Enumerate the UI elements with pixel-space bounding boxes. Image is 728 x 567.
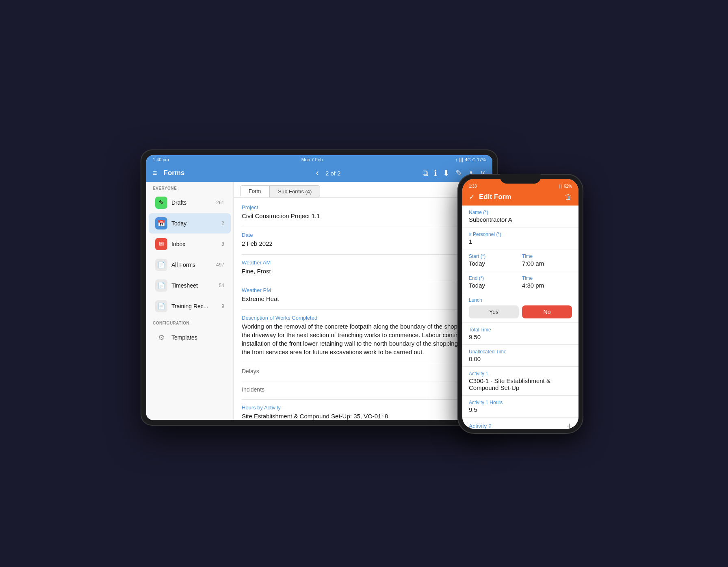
tab-subforms[interactable]: Sub Forms (4) (269, 185, 320, 197)
today-label: Today (171, 220, 216, 227)
phone-form: Name (*) Subcontractor A # Personnel (*)… (462, 206, 578, 429)
phone: 1:33 ∥∥ 62% ✓ Edit Form 🗑 Name (*) Subco… (457, 174, 583, 434)
incidents-field: Incidents (242, 386, 484, 393)
weather-pm-field: Weather PM Extreme Heat (242, 287, 484, 303)
end-label: End (*) (469, 275, 519, 281)
scene: 1:40 pm Mon 7 Feb ↑ ∥∥ 4G ⊙ 17% ≡ Forms … (141, 125, 587, 442)
personnel-field: # Personnel (*) 1 (462, 227, 578, 249)
tab-bar: Form Sub Forms (4) (234, 182, 492, 198)
timesheet-badge: 54 (216, 283, 224, 288)
all-forms-label: All Forms (171, 262, 216, 268)
tab-form[interactable]: Form (240, 185, 269, 197)
drafts-icon: ✎ (155, 197, 167, 209)
total-time-label: Total Time (469, 327, 572, 333)
end-value[interactable]: Today (469, 282, 519, 289)
description-label: Description of Works Completed (242, 315, 484, 321)
start-label: Start (*) (469, 253, 519, 259)
drafts-label: Drafts (171, 199, 216, 206)
sidebar-item-all-forms[interactable]: 📄 All Forms 497 (149, 255, 231, 275)
back-button[interactable]: ‹ (316, 168, 319, 178)
weather-pm-label: Weather PM (242, 287, 484, 293)
sidebar-item-training[interactable]: 📄 Training Rec... 9 (149, 296, 231, 316)
trash-icon[interactable]: 🗑 (565, 193, 572, 201)
project-label: Project (242, 204, 484, 210)
lunch-no-button[interactable]: No (522, 305, 572, 318)
activity2-plus-icon[interactable]: + (567, 422, 572, 429)
phone-notch (500, 174, 541, 184)
download-icon[interactable]: ⬇ (443, 168, 450, 178)
main-content: Form Sub Forms (4) Project Civil Constru… (234, 182, 492, 420)
end-field: End (*) Today (469, 275, 519, 289)
lunch-yes-button[interactable]: Yes (469, 305, 519, 318)
sidebar-item-inbox[interactable]: ✉ Inbox 8 (149, 234, 231, 254)
training-icon: 📄 (155, 300, 167, 312)
activity2-label: Activity 2 (469, 423, 567, 429)
sidebar-item-today[interactable]: 📅 Today 2 (149, 213, 231, 234)
total-time-field: Total Time 9.50 (462, 323, 578, 345)
date-label: Date (242, 232, 484, 238)
tablet-time: 1:40 pm (153, 157, 169, 162)
templates-label: Templates (171, 334, 224, 341)
all-forms-badge: 497 (216, 262, 224, 268)
start-time-label: Time (522, 253, 572, 259)
activity1-hours-label: Activity 1 Hours (469, 400, 572, 405)
hours-value: Site Establishment & Compound Set-Up: 35… (242, 412, 484, 420)
weather-am-label: Weather AM (242, 260, 484, 266)
inbox-icon: ✉ (155, 238, 167, 250)
info-icon[interactable]: ℹ (434, 168, 437, 178)
timesheet-label: Timesheet (171, 282, 216, 289)
start-value[interactable]: Today (469, 260, 519, 267)
sidebar: EVERYONE ✎ Drafts 261 📅 Today 2 (146, 182, 234, 420)
menu-icon[interactable]: ≡ (153, 169, 157, 177)
everyone-label: EVERYONE (146, 182, 233, 192)
page-indicator: 2 of 2 (325, 170, 341, 177)
project-value: Civil Construction Project 1.1 (242, 212, 484, 220)
description-value: Working on the removal of the concrete f… (242, 322, 484, 356)
training-badge: 9 (216, 303, 224, 309)
unallocated-value: 0.00 (469, 355, 572, 362)
activity2-add-row[interactable]: Activity 2 + (462, 418, 578, 429)
personnel-label: # Personnel (*) (469, 232, 572, 237)
end-time-value[interactable]: 4:30 pm (522, 282, 572, 289)
activity1-hours-value[interactable]: 9.5 (469, 406, 572, 413)
weather-am-field: Weather AM Fine, Frost (242, 260, 484, 275)
drafts-badge: 261 (216, 200, 224, 206)
configuration-label: CONFIGURATION (146, 317, 233, 327)
description-field: Description of Works Completed Working o… (242, 315, 484, 356)
tablet-header: ≡ Forms ‹ 2 of 2 ⧉ ℹ ⬇ ✎ ∧ ∨ (146, 164, 492, 182)
timesheet-icon: 📄 (155, 279, 167, 292)
check-icon[interactable]: ✓ (469, 193, 475, 201)
personnel-value[interactable]: 1 (469, 238, 572, 245)
hours-field: Hours by Activity Site Establishment & C… (242, 405, 484, 420)
start-time-value[interactable]: 7:00 am (522, 260, 572, 267)
weather-pm-value: Extreme Heat (242, 294, 484, 303)
today-icon: 📅 (155, 217, 167, 229)
activity1-value[interactable]: C300-1 - Site Establishment & Compound S… (469, 377, 572, 391)
sidebar-item-drafts[interactable]: ✎ Drafts 261 (149, 193, 231, 213)
name-value[interactable]: Subcontractor A (469, 216, 572, 223)
project-field: Project Civil Construction Project 1.1 (242, 204, 484, 220)
edit-icon[interactable]: ✎ (455, 168, 462, 178)
tablet-status-bar: 1:40 pm Mon 7 Feb ↑ ∥∥ 4G ⊙ 17% (146, 155, 492, 164)
lunch-label: Lunch (469, 297, 572, 303)
start-field: Start (*) Today (469, 253, 519, 267)
unallocated-label: Unallocated Time (469, 349, 572, 355)
date-field: Date 2 Feb 2022 (242, 232, 484, 248)
copy-icon[interactable]: ⧉ (422, 169, 428, 178)
phone-time: 1:33 (469, 184, 477, 188)
tablet: 1:40 pm Mon 7 Feb ↑ ∥∥ 4G ⊙ 17% ≡ Forms … (141, 149, 498, 426)
delays-field: Delays (242, 368, 484, 374)
sidebar-item-templates[interactable]: ⚙ Templates (149, 327, 231, 348)
lunch-field: Lunch Yes No (462, 293, 578, 323)
name-field: Name (*) Subcontractor A (462, 206, 578, 227)
end-time-label: Time (522, 275, 572, 281)
incidents-label: Incidents (242, 386, 484, 393)
sidebar-item-timesheet[interactable]: 📄 Timesheet 54 (149, 275, 231, 296)
activity1-hours-field: Activity 1 Hours 9.5 (462, 396, 578, 418)
phone-title: Edit Form (479, 193, 561, 201)
lunch-buttons: Yes No (469, 305, 572, 318)
date-value: 2 Feb 2022 (242, 239, 484, 248)
form-fields: Project Civil Construction Project 1.1 D… (234, 198, 492, 420)
start-row: Start (*) Today Time 7:00 am (462, 249, 578, 271)
delays-label: Delays (242, 368, 484, 374)
